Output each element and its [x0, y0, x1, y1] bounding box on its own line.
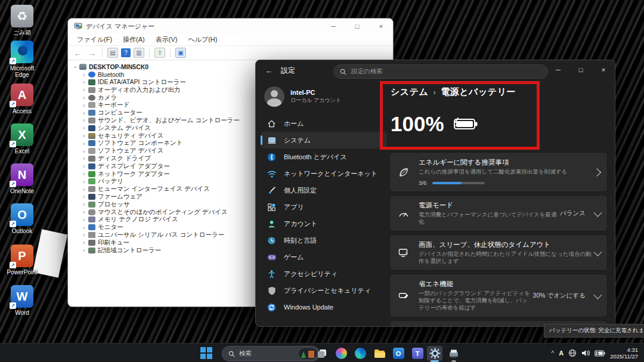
card-screen-sleep-timeouts[interactable]: 画面、スリープ、休止状態のタイムアウト デバイスが指定された時間にわたりアイドル…: [389, 234, 608, 271]
chevron-collapsed-icon[interactable]: ›: [81, 79, 87, 85]
menu-file[interactable]: ファイル(F): [72, 35, 117, 44]
clock-time: 4:31: [610, 346, 638, 353]
settings-search-box[interactable]: 設定の検索: [333, 64, 548, 79]
chevron-expanded-icon[interactable]: ›: [72, 64, 79, 70]
desktop-icon-outlook[interactable]: O↗ Outlook: [3, 203, 41, 234]
menu-view[interactable]: 表示(V): [150, 35, 183, 44]
sidebar-item-time-language[interactable]: 時刻と言語: [261, 232, 387, 249]
taskbar-copilot[interactable]: [333, 346, 349, 361]
chevron-collapsed-icon[interactable]: ›: [81, 94, 87, 101]
sidebar-item-network-internet[interactable]: ネットワークとインターネット: [261, 165, 387, 182]
devices-view-icon[interactable]: ▣: [175, 48, 186, 58]
chevron-collapsed-icon[interactable]: ›: [81, 110, 87, 116]
taskbar-settings[interactable]: [427, 346, 442, 361]
minimize-button[interactable]: ─: [547, 60, 569, 79]
chevron-right-icon[interactable]: [593, 168, 601, 176]
chevron-collapsed-icon[interactable]: ›: [81, 155, 87, 162]
camera-icon: [88, 95, 95, 101]
chevron-collapsed-icon[interactable]: ›: [81, 117, 87, 123]
account-section[interactable]: intel-PC ローカル アカウント: [261, 84, 387, 115]
sidebar-item-privacy-security[interactable]: プライバシーとセキュリティ: [261, 282, 387, 299]
chevron-collapsed-icon[interactable]: ›: [81, 201, 87, 208]
sidebar-item-system[interactable]: システム: [261, 132, 387, 148]
maximize-button[interactable]: □: [345, 18, 369, 34]
desktop-icon-access[interactable]: A↗ Access: [3, 83, 41, 115]
desktop-icon-powerpoint[interactable]: P↗ PowerPoint: [3, 245, 41, 276]
help-icon[interactable]: ?: [121, 48, 131, 57]
bluetooth-icon: [267, 152, 277, 162]
shield-icon: [267, 286, 277, 296]
chevron-collapsed-icon[interactable]: ›: [81, 186, 87, 193]
maximize-button[interactable]: □: [569, 60, 592, 79]
close-button[interactable]: ×: [592, 60, 615, 79]
sidebar-item-windows-update[interactable]: Windows Update: [261, 299, 387, 315]
chevron-down-icon[interactable]: [593, 290, 602, 299]
taskbar-outlook[interactable]: O: [391, 346, 406, 361]
sidebar-item-accessibility[interactable]: アクセシビリティ: [261, 265, 387, 282]
clock[interactable]: 4:31 2025/11/27: [610, 346, 638, 360]
chevron-collapsed-icon[interactable]: ›: [81, 125, 87, 131]
chevron-collapsed-icon[interactable]: ›: [81, 102, 87, 109]
chevron-collapsed-icon[interactable]: ›: [81, 163, 87, 169]
chevron-collapsed-icon[interactable]: ›: [81, 193, 87, 200]
desktop-icon-excel[interactable]: X↗ Excel: [3, 123, 41, 154]
taskbar-task-view[interactable]: [314, 346, 330, 361]
sidebar-item-accounts[interactable]: アカウント: [261, 215, 387, 232]
card-energy-saver[interactable]: 省エネ機能 一部のバックグラウンド アクティビティを制限することで、電力消費を削…: [389, 274, 608, 317]
taskbar-device-manager[interactable]: [446, 346, 462, 361]
person-icon: [267, 219, 277, 229]
progress-label: 3/6: [419, 180, 426, 186]
back-icon[interactable]: ←: [73, 48, 83, 58]
tray-chevron-icon[interactable]: ^: [552, 350, 555, 357]
ide-controller-icon: [88, 79, 95, 85]
network-globe-icon[interactable]: [568, 349, 577, 357]
chevron-collapsed-icon[interactable]: ›: [81, 178, 87, 185]
chevron-collapsed-icon[interactable]: ›: [81, 72, 87, 78]
desktop-icon-recycle-bin[interactable]: ♻ ごみ箱: [3, 5, 41, 36]
desktop-icon-onenote[interactable]: N↗ OneNote: [3, 163, 41, 194]
chevron-down-icon[interactable]: [593, 208, 602, 216]
chevron-collapsed-icon[interactable]: ›: [81, 216, 87, 223]
taskbar-teams[interactable]: T: [410, 346, 425, 361]
chevron-down-icon[interactable]: [593, 247, 602, 256]
sidebar-item-home[interactable]: ホーム: [261, 115, 387, 132]
ime-indicator[interactable]: A: [559, 349, 564, 357]
taskbar-file-explorer[interactable]: [371, 346, 387, 361]
close-button[interactable]: ×: [369, 18, 393, 34]
forward-icon[interactable]: →: [86, 48, 97, 58]
sidebar-item-bluetooth-devices[interactable]: Bluetooth とデバイス: [261, 148, 387, 165]
chevron-collapsed-icon[interactable]: ›: [81, 140, 87, 147]
search-placeholder: 設定の検索: [351, 67, 383, 76]
card-energy-recommendations[interactable]: エネルギーに関する推奨事項 これらの推奨事項を適用して二酸化炭素排出量を削減する…: [389, 152, 608, 192]
properties-icon[interactable]: ▥: [134, 48, 144, 58]
chevron-collapsed-icon[interactable]: ›: [81, 171, 87, 177]
chevron-collapsed-icon[interactable]: ›: [81, 247, 87, 253]
chevron-collapsed-icon[interactable]: ›: [81, 148, 87, 154]
desktop-icon-edge[interactable]: ↗ Microsoft Edge: [3, 41, 41, 78]
sidebar-item-personalization[interactable]: 個人用設定: [261, 182, 387, 199]
recycle-bin-icon: ♻: [11, 5, 33, 27]
outlook-icon: O: [393, 348, 404, 359]
start-button[interactable]: [200, 347, 212, 359]
back-arrow-icon[interactable]: ←: [263, 66, 275, 75]
chevron-collapsed-icon[interactable]: ›: [81, 224, 87, 231]
desktop-icon-word[interactable]: W↗ Word: [3, 285, 41, 316]
device-manager-titlebar[interactable]: デバイス マネージャー ─ □ ×: [68, 18, 393, 34]
chevron-collapsed-icon[interactable]: ›: [81, 239, 87, 246]
console-tree-icon[interactable]: ▤: [107, 48, 118, 58]
taskbar-edge[interactable]: [352, 346, 368, 361]
scan-hardware-icon[interactable]: ⇪: [154, 48, 165, 58]
chevron-collapsed-icon[interactable]: ›: [81, 132, 87, 139]
menu-help[interactable]: ヘルプ(H): [182, 35, 222, 44]
sidebar-item-apps[interactable]: アプリ: [261, 199, 387, 215]
minimize-button[interactable]: ─: [321, 18, 345, 34]
taskbar-search[interactable]: 検索: [222, 346, 320, 361]
menu-action[interactable]: 操作(A): [117, 35, 150, 44]
chevron-collapsed-icon[interactable]: ›: [81, 86, 87, 93]
chevron-collapsed-icon[interactable]: ›: [81, 209, 87, 215]
chevron-collapsed-icon[interactable]: ›: [81, 231, 87, 238]
card-power-mode[interactable]: 電源モード 電力消費とパフォーマンスに基づいてデバイスを最適化 バランス: [389, 195, 608, 231]
speaker-icon[interactable]: [581, 349, 590, 357]
sidebar-item-gaming[interactable]: ゲーム: [261, 249, 387, 265]
battery-tray-icon[interactable]: [595, 350, 605, 357]
